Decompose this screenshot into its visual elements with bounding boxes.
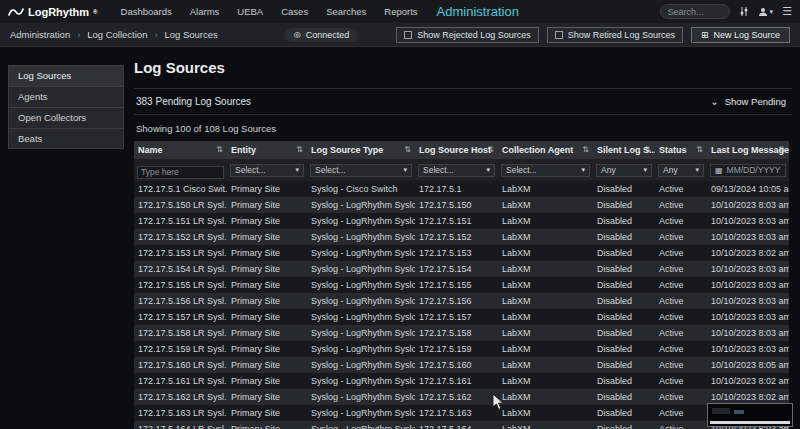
user-icon[interactable]: ▾ [758,7,774,17]
table-row[interactable]: 172.17.5.151 LR Sysl...Primary SiteSyslo… [134,213,789,229]
breadcrumb-item-log-collection[interactable]: Log Collection [87,29,147,40]
table-row[interactable]: 172.17.5.155 LR Sysl...Primary SiteSyslo… [134,277,789,293]
table-row[interactable]: 172.17.5.160 LR Sysl...Primary SiteSyslo… [134,357,789,373]
cell-log-source-type: Syslog - LogRhythm Syslog Ge... [307,293,415,309]
column-header-log-source-host[interactable]: ⇅Log Source Host [415,141,498,159]
sort-icon[interactable]: ⇅ [404,145,411,154]
cell-last-log-message: 10/10/2023 8:03 am [707,229,789,245]
table-row[interactable]: 172.17.5.154 LR Sysl...Primary SiteSyslo… [134,261,789,277]
cell-last-log-message: 10/10/2023 8:03 am [707,277,789,293]
table-row[interactable]: 172.17.5.159 LR Sysl...Primary SiteSyslo… [134,341,789,357]
sort-icon[interactable]: ⇅ [582,145,589,154]
caret-down-icon: ▾ [695,166,699,174]
brand-registered-mark: ® [93,9,97,15]
column-header-label: Silent Log S... [597,145,655,155]
calendar-icon: ▦ [715,166,723,175]
name-filter-input[interactable] [137,166,224,179]
table-row[interactable]: 172.17.5.158 LR Sysl...Primary SiteSyslo… [134,325,789,341]
nav-item-cases[interactable]: Cases [272,6,317,17]
content-area: Log SourcesAgentsOpen CollectorsBeats Lo… [0,47,800,429]
cell-collection-agent: LabXM [498,389,593,405]
table-row[interactable]: 172.17.5.162 LR Sysl...Primary SiteSyslo… [134,389,789,405]
column-header-silent-log-s[interactable]: ⇅Silent Log S... [593,141,655,159]
nav-item-reports[interactable]: Reports [375,6,426,17]
menu-icon[interactable]: ☰ [782,6,792,17]
cell-status: Active [655,229,707,245]
cell-log-source-type: Syslog - LogRhythm Syslog Ge... [307,357,415,373]
sidebar-item-agents[interactable]: Agents [8,86,124,107]
cell-log-source-type: Syslog - LogRhythm Syslog Ge... [307,389,415,405]
table-row[interactable]: 172.17.5.163 LR Sysl...Primary SiteSyslo… [134,405,789,421]
brand-logo[interactable]: LogRhythm® [8,6,98,18]
new-log-source-button[interactable]: ⊞ New Log Source [691,27,790,43]
show-pending-toggle[interactable]: ⌄ Show Pending [710,96,790,107]
cell-last-log-message: 10/10/2023 8:03 am [707,325,789,341]
checkbox-show-rejected-log-sources[interactable]: Show Rejected Log Sources [396,27,539,43]
top-navigation: LogRhythm® DashboardsAlarmsUEBACasesSear… [0,0,800,23]
nav-item-ueba[interactable]: UEBA [228,6,272,17]
column-header-status[interactable]: ⇅Status [655,141,707,159]
date-filter-input[interactable]: ▦MM/DD/YYYY [710,164,786,177]
column-header-collection-agent[interactable]: ⇅Collection Agent [498,141,593,159]
table-row[interactable]: 172.17.5.157 LR Sysl...Primary SiteSyslo… [134,309,789,325]
sidebar-item-open-collectors[interactable]: Open Collectors [8,107,124,128]
sort-icon[interactable]: ⇅ [296,145,303,154]
host-filter-select[interactable]: Select...▾ [418,164,495,177]
table-row[interactable]: 172.17.5.1 Cisco Swit...Primary SiteSysl… [134,181,789,197]
sidebar-item-log-sources[interactable]: Log Sources [8,65,124,86]
search-input[interactable] [660,4,730,19]
cell-log-source-host: 172.17.5.154 [415,261,498,277]
table-body: 172.17.5.1 Cisco Swit...Primary SiteSysl… [134,181,789,429]
cell-name: 172.17.5.163 LR Sysl... [134,405,227,421]
column-header-label: Last Log Message [711,145,789,155]
status-filter-select[interactable]: Any▾ [658,164,704,177]
active-section-title[interactable]: Administration [437,4,519,19]
nav-item-searches[interactable]: Searches [317,6,375,17]
cell-collection-agent: LabXM [498,277,593,293]
cell-log-source-type: Syslog - LogRhythm Syslog Ge... [307,325,415,341]
sort-icon[interactable]: ⇅ [216,145,223,154]
table-row[interactable]: 172.17.5.150 LR Sysl...Primary SiteSyslo… [134,197,789,213]
table-row[interactable]: 172.17.5.164 LR Sysl...Primary SiteSyslo… [134,421,789,429]
cell-collection-agent: LabXM [498,197,593,213]
table-row[interactable]: 172.17.5.156 LR Sysl...Primary SiteSyslo… [134,293,789,309]
cell-log-source-host: 172.17.5.1 [415,181,498,197]
entity-filter-select[interactable]: Select...▾ [230,164,304,177]
type-filter-select[interactable]: Select...▾ [310,164,412,177]
cell-last-log-message: 10/10/2023 8:02 am [707,373,789,389]
column-header-name[interactable]: ⇅Name [134,141,227,159]
select-value: Select... [506,165,537,175]
table-row[interactable]: 172.17.5.153 LR Sysl...Primary SiteSyslo… [134,245,789,261]
column-header-entity[interactable]: ⇅Entity [227,141,307,159]
sliders-icon[interactable] [739,6,749,17]
cell-status: Active [655,197,707,213]
column-header-log-source-type[interactable]: ⇅Log Source Type [307,141,415,159]
column-header-label: Log Source Host [419,145,491,155]
preview-content [734,410,744,414]
cell-entity: Primary Site [227,197,307,213]
breadcrumb-item-administration[interactable]: Administration [10,29,70,40]
cell-status: Active [655,261,707,277]
table-row[interactable]: 172.17.5.161 LR Sysl...Primary SiteSyslo… [134,373,789,389]
table-row[interactable]: 172.17.5.152 LR Sysl...Primary SiteSyslo… [134,229,789,245]
column-header-last-log-message[interactable]: ⇅Last Log Message [707,141,789,159]
nav-item-alarms[interactable]: Alarms [181,6,229,17]
cell-last-log-message: 10/10/2023 8:03 am [707,309,789,325]
column-header-label: Name [138,145,163,155]
cell-silent-log: Disabled [593,405,655,421]
nav-item-dashboards[interactable]: Dashboards [112,6,181,17]
sidebar-item-beats[interactable]: Beats [8,128,124,149]
agent-filter-select[interactable]: Select...▾ [501,164,590,177]
breadcrumb-item-log-sources[interactable]: Log Sources [164,29,217,40]
cell-status: Active [655,357,707,373]
sort-icon[interactable]: ⇅ [696,145,703,154]
checkbox-show-retired-log-sources[interactable]: Show Retired Log Sources [547,27,683,43]
checkbox-label: Show Retired Log Sources [568,30,675,40]
cell-silent-log: Disabled [593,229,655,245]
silent-filter-select[interactable]: Any▾ [596,164,652,177]
brand-name: LogRhythm [28,6,89,18]
cell-collection-agent: LabXM [498,213,593,229]
cell-log-source-host: 172.17.5.156 [415,293,498,309]
topnav-menu: DashboardsAlarmsUEBACasesSearchesReports [112,6,427,17]
screen-preview-window[interactable] [707,403,793,427]
